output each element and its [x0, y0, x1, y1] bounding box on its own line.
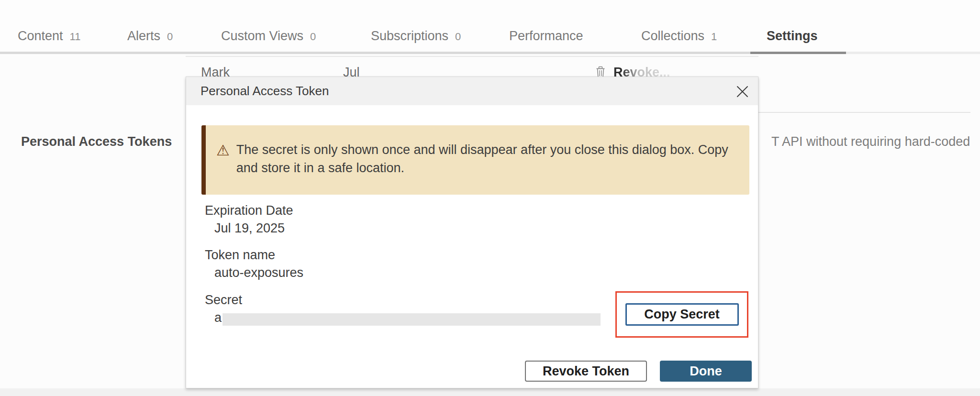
secret-value-fragment: a [214, 310, 222, 325]
warning-triangle-icon: ⚠ [216, 141, 230, 195]
dialog-footer: Revoke Token Done [525, 361, 752, 382]
secret-label: Secret [205, 293, 242, 308]
tab-alerts[interactable]: Alerts 0 [127, 29, 173, 44]
expiration-date-label: Expiration Date [205, 203, 293, 218]
personal-access-token-dialog: Personal Access Token ⚠ The secret is on… [186, 77, 758, 388]
tab-label: Performance [509, 29, 583, 44]
close-icon[interactable] [734, 83, 750, 99]
tab-content[interactable]: Content 11 [18, 29, 80, 44]
section-divider [758, 112, 970, 113]
warning-text: The secret is only shown once and will d… [236, 141, 738, 195]
expiration-date-value: Jul 19, 2025 [214, 221, 285, 236]
tab-label: Subscriptions [371, 29, 448, 44]
annotation-highlight: Copy Secret [615, 291, 748, 338]
tab-collections[interactable]: Collections 1 [641, 29, 717, 44]
tab-label: Alerts [127, 29, 160, 44]
dialog-title: Personal Access Token [200, 77, 329, 105]
tab-settings[interactable]: Settings [767, 29, 824, 44]
tab-count-badge: 1 [711, 31, 717, 43]
token-name-label: Token name [205, 248, 275, 263]
dialog-header: Personal Access Token [186, 77, 758, 105]
tab-count-badge: 0 [455, 31, 461, 43]
token-name-value: auto-exposures [214, 265, 303, 280]
tab-count-badge: 0 [167, 31, 173, 43]
tab-custom-views[interactable]: Custom Views 0 [221, 29, 316, 44]
secret-redacted-bar [223, 313, 601, 326]
done-button[interactable]: Done [660, 361, 752, 382]
tab-label: Settings [767, 29, 818, 44]
table-divider [186, 56, 758, 57]
copy-secret-button[interactable]: Copy Secret [625, 303, 739, 326]
tab-count-badge: 0 [310, 31, 316, 43]
tab-label: Content [18, 29, 63, 44]
tab-label: Custom Views [221, 29, 303, 44]
section-description-fragment: T API without requiring hard-coded [771, 134, 970, 149]
revoke-token-button[interactable]: Revoke Token [525, 361, 647, 382]
page-footer-strip [0, 388, 980, 396]
page-tab-bar: Content 11 Alerts 0 Custom Views 0 Subsc… [0, 0, 980, 54]
warning-banner: ⚠ The secret is only shown once and will… [201, 125, 749, 195]
tab-count-badge: 11 [70, 31, 81, 43]
tab-subscriptions[interactable]: Subscriptions 0 [371, 29, 461, 44]
tab-label: Collections [641, 29, 704, 44]
section-heading: Personal Access Tokens [21, 134, 172, 149]
tab-performance[interactable]: Performance [509, 29, 590, 44]
